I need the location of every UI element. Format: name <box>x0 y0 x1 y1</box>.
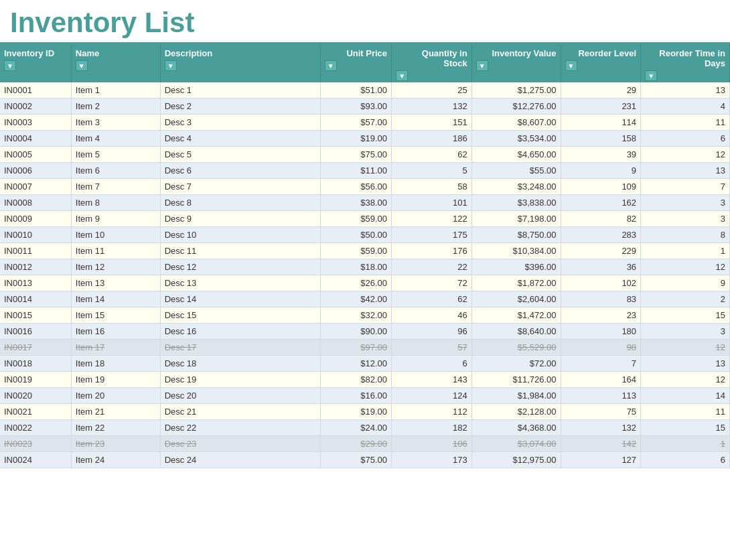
cell-desc: Desc 20 <box>160 388 320 404</box>
table-row[interactable]: IN0015Item 15Desc 15$32.0046$1,472.00231… <box>0 307 730 324</box>
cell-invval: $1,984.00 <box>471 388 561 404</box>
cell-desc: Desc 1 <box>160 82 320 98</box>
cell-invval: $2,604.00 <box>471 291 561 307</box>
cell-id: IN0013 <box>0 275 71 291</box>
page-title: Inventory List <box>10 7 720 42</box>
cell-reordertime: 1 <box>641 243 730 259</box>
cell-name: Item 14 <box>71 291 160 307</box>
cell-reordertime: 3 <box>641 195 730 211</box>
cell-qty: 6 <box>392 356 472 372</box>
cell-qty: 22 <box>392 259 472 275</box>
cell-desc: Desc 24 <box>160 452 320 468</box>
column-dropdown-desc[interactable]: ▼ <box>165 60 177 71</box>
table-row[interactable]: IN0018Item 18Desc 18$12.006$72.00713 <box>0 356 730 372</box>
cell-qty: 143 <box>392 372 472 388</box>
table-row[interactable]: IN0020Item 20Desc 20$16.00124$1,984.0011… <box>0 388 730 404</box>
cell-name: Item 1 <box>71 82 160 98</box>
table-row[interactable]: IN0023Item 23Desc 23$29.00106$3,074.0014… <box>0 436 730 452</box>
cell-qty: 175 <box>392 227 472 243</box>
cell-reorder: 132 <box>561 420 641 436</box>
table-row[interactable]: IN0004Item 4Desc 4$19.00186$3,534.001586 <box>0 131 730 147</box>
table-row[interactable]: IN0010Item 10Desc 10$50.00175$8,750.0028… <box>0 227 730 243</box>
cell-price: $26.00 <box>320 275 391 291</box>
cell-id: IN0014 <box>0 291 71 307</box>
table-row[interactable]: IN0017Item 17Desc 17$97.0057$5,529.00981… <box>0 340 730 356</box>
cell-name: Item 9 <box>71 211 160 227</box>
cell-id: IN0008 <box>0 195 71 211</box>
table-header-row: Inventory ID▼Name▼Description▼Unit Price… <box>0 44 730 82</box>
cell-qty: 58 <box>392 179 472 195</box>
table-row[interactable]: IN0014Item 14Desc 14$42.0062$2,604.00832 <box>0 291 730 307</box>
column-dropdown-qty[interactable]: ▼ <box>396 70 408 81</box>
cell-reorder: 283 <box>561 227 641 243</box>
cell-invval: $396.00 <box>471 259 561 275</box>
cell-reorder: 23 <box>561 307 641 324</box>
cell-price: $75.00 <box>320 452 391 468</box>
cell-reordertime: 15 <box>641 420 730 436</box>
column-label-name: Name <box>76 48 156 58</box>
column-dropdown-name[interactable]: ▼ <box>76 60 88 71</box>
cell-name: Item 8 <box>71 195 160 211</box>
cell-price: $19.00 <box>320 131 391 147</box>
cell-invval: $72.00 <box>471 356 561 372</box>
cell-invval: $4,368.00 <box>471 420 561 436</box>
table-row[interactable]: IN0007Item 7Desc 7$56.0058$3,248.001097 <box>0 179 730 195</box>
cell-id: IN0003 <box>0 115 71 131</box>
cell-qty: 124 <box>392 388 472 404</box>
cell-invval: $4,650.00 <box>471 147 561 163</box>
cell-price: $24.00 <box>320 420 391 436</box>
cell-reorder: 158 <box>561 131 641 147</box>
cell-name: Item 17 <box>71 340 160 356</box>
cell-qty: 173 <box>392 452 472 468</box>
table-row[interactable]: IN0021Item 21Desc 21$19.00112$2,128.0075… <box>0 404 730 420</box>
cell-reorder: 164 <box>561 372 641 388</box>
table-row[interactable]: IN0006Item 6Desc 6$11.005$55.00913 <box>0 163 730 179</box>
column-dropdown-reorder[interactable]: ▼ <box>565 60 577 71</box>
cell-desc: Desc 13 <box>160 275 320 291</box>
table-row[interactable]: IN0019Item 19Desc 19$82.00143$11,726.001… <box>0 372 730 388</box>
cell-id: IN0019 <box>0 372 71 388</box>
cell-qty: 176 <box>392 243 472 259</box>
table-row[interactable]: IN0001Item 1Desc 1$51.0025$1,275.002913 <box>0 82 730 98</box>
column-header-desc: Description▼ <box>160 44 320 82</box>
cell-invval: $8,750.00 <box>471 227 561 243</box>
cell-reorder: 9 <box>561 163 641 179</box>
table-row[interactable]: IN0009Item 9Desc 9$59.00122$7,198.00823 <box>0 211 730 227</box>
cell-reorder: 7 <box>561 356 641 372</box>
table-row[interactable]: IN0022Item 22Desc 22$24.00182$4,368.0013… <box>0 420 730 436</box>
cell-invval: $8,640.00 <box>471 324 561 340</box>
table-row[interactable]: IN0008Item 8Desc 8$38.00101$3,838.001623 <box>0 195 730 211</box>
table-row[interactable]: IN0016Item 16Desc 16$90.0096$8,640.00180… <box>0 324 730 340</box>
cell-reordertime: 15 <box>641 307 730 324</box>
table-row[interactable]: IN0005Item 5Desc 5$75.0062$4,650.003912 <box>0 147 730 163</box>
cell-id: IN0005 <box>0 147 71 163</box>
column-dropdown-id[interactable]: ▼ <box>4 60 16 71</box>
cell-reorder: 127 <box>561 452 641 468</box>
table-row[interactable]: IN0012Item 12Desc 12$18.0022$396.003612 <box>0 259 730 275</box>
cell-qty: 62 <box>392 147 472 163</box>
cell-reorder: 229 <box>561 243 641 259</box>
cell-qty: 72 <box>392 275 472 291</box>
cell-id: IN0012 <box>0 259 71 275</box>
column-label-desc: Description <box>165 48 316 58</box>
cell-name: Item 7 <box>71 179 160 195</box>
table-row[interactable]: IN0013Item 13Desc 13$26.0072$1,872.00102… <box>0 275 730 291</box>
table-row[interactable]: IN0011Item 11Desc 11$59.00176$10,384.002… <box>0 243 730 259</box>
cell-reordertime: 6 <box>641 452 730 468</box>
column-dropdown-invval[interactable]: ▼ <box>476 60 488 71</box>
cell-reorder: 83 <box>561 291 641 307</box>
table-row[interactable]: IN0024Item 24Desc 24$75.00173$12,975.001… <box>0 452 730 468</box>
cell-price: $97.00 <box>320 340 391 356</box>
column-dropdown-reordertime[interactable]: ▼ <box>645 70 657 81</box>
cell-price: $38.00 <box>320 195 391 211</box>
column-header-price: Unit Price▼ <box>320 44 391 82</box>
cell-price: $32.00 <box>320 307 391 324</box>
table-row[interactable]: IN0002Item 2Desc 2$93.00132$12,276.00231… <box>0 98 730 115</box>
column-dropdown-price[interactable]: ▼ <box>325 60 337 71</box>
cell-invval: $3,838.00 <box>471 195 561 211</box>
cell-invval: $1,872.00 <box>471 275 561 291</box>
cell-qty: 5 <box>392 163 472 179</box>
cell-reorder: 231 <box>561 98 641 115</box>
cell-invval: $2,128.00 <box>471 404 561 420</box>
table-row[interactable]: IN0003Item 3Desc 3$57.00151$8,607.001141… <box>0 115 730 131</box>
